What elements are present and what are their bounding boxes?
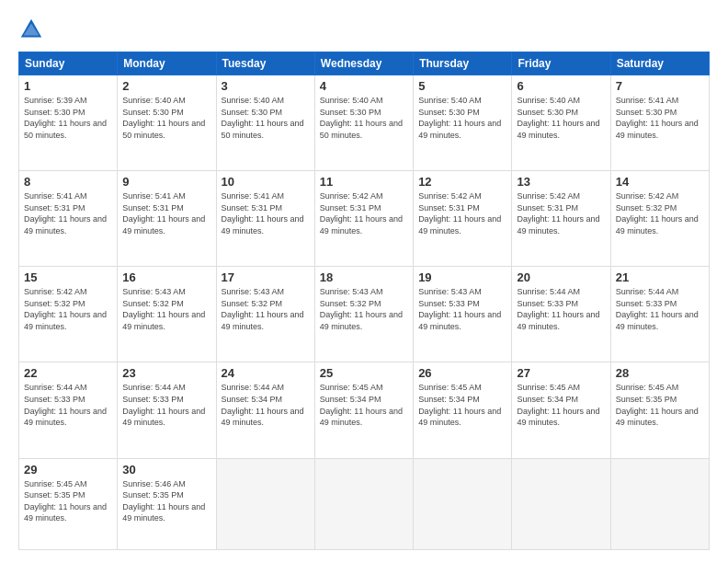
- day-cell: 19Sunrise: 5:43 AMSunset: 5:33 PMDayligh…: [414, 267, 512, 362]
- weekday-wednesday: Wednesday: [314, 52, 413, 75]
- day-info: Sunrise: 5:42 AMSunset: 5:32 PMDaylight:…: [616, 190, 704, 236]
- week-row-5: 29Sunrise: 5:45 AMSunset: 5:35 PMDayligh…: [19, 458, 710, 549]
- day-info: Sunrise: 5:42 AMSunset: 5:31 PMDaylight:…: [517, 190, 605, 236]
- logo-icon: [18, 17, 44, 42]
- day-number: 22: [24, 366, 112, 380]
- day-cell: [216, 458, 314, 549]
- day-cell: 22Sunrise: 5:44 AMSunset: 5:33 PMDayligh…: [19, 362, 118, 458]
- day-info: Sunrise: 5:45 AMSunset: 5:35 PMDaylight:…: [24, 478, 112, 524]
- day-number: 20: [517, 270, 605, 284]
- day-cell: 5Sunrise: 5:40 AMSunset: 5:30 PMDaylight…: [414, 75, 512, 171]
- day-number: 3: [222, 79, 310, 93]
- day-number: 1: [24, 79, 112, 93]
- day-number: 15: [24, 270, 112, 284]
- day-info: Sunrise: 5:43 AMSunset: 5:32 PMDaylight:…: [222, 286, 310, 332]
- day-cell: 11Sunrise: 5:42 AMSunset: 5:31 PMDayligh…: [314, 171, 413, 267]
- day-cell: 12Sunrise: 5:42 AMSunset: 5:31 PMDayligh…: [414, 171, 512, 267]
- day-info: Sunrise: 5:45 AMSunset: 5:34 PMDaylight:…: [320, 382, 408, 428]
- day-info: Sunrise: 5:44 AMSunset: 5:33 PMDaylight:…: [122, 382, 210, 428]
- day-number: 23: [122, 366, 210, 380]
- day-cell: 21Sunrise: 5:44 AMSunset: 5:33 PMDayligh…: [610, 267, 709, 362]
- day-cell: 24Sunrise: 5:44 AMSunset: 5:34 PMDayligh…: [216, 362, 314, 458]
- day-cell: [414, 458, 512, 549]
- day-number: 13: [517, 175, 605, 189]
- day-number: 7: [616, 79, 704, 93]
- day-number: 30: [122, 463, 210, 477]
- day-number: 5: [418, 79, 506, 93]
- day-info: Sunrise: 5:40 AMSunset: 5:30 PMDaylight:…: [517, 95, 605, 141]
- day-number: 25: [320, 366, 408, 380]
- day-info: Sunrise: 5:44 AMSunset: 5:33 PMDaylight:…: [517, 286, 605, 332]
- day-cell: 29Sunrise: 5:45 AMSunset: 5:35 PMDayligh…: [19, 458, 118, 549]
- day-number: 24: [222, 366, 310, 380]
- day-info: Sunrise: 5:41 AMSunset: 5:31 PMDaylight:…: [222, 190, 310, 236]
- day-number: 4: [320, 79, 408, 93]
- day-info: Sunrise: 5:40 AMSunset: 5:30 PMDaylight:…: [320, 95, 408, 141]
- week-row-2: 8Sunrise: 5:41 AMSunset: 5:31 PMDaylight…: [19, 171, 710, 267]
- day-number: 6: [517, 79, 605, 93]
- day-cell: [512, 458, 610, 549]
- day-info: Sunrise: 5:43 AMSunset: 5:32 PMDaylight:…: [122, 286, 210, 332]
- day-cell: 28Sunrise: 5:45 AMSunset: 5:35 PMDayligh…: [610, 362, 709, 458]
- day-cell: 26Sunrise: 5:45 AMSunset: 5:34 PMDayligh…: [414, 362, 512, 458]
- weekday-thursday: Thursday: [414, 52, 512, 75]
- day-number: 8: [24, 175, 112, 189]
- day-cell: 30Sunrise: 5:46 AMSunset: 5:35 PMDayligh…: [118, 458, 216, 549]
- day-number: 18: [320, 270, 408, 284]
- day-number: 2: [122, 79, 210, 93]
- day-number: 29: [24, 463, 112, 477]
- day-number: 17: [222, 270, 310, 284]
- day-info: Sunrise: 5:41 AMSunset: 5:30 PMDaylight:…: [616, 95, 704, 141]
- day-info: Sunrise: 5:44 AMSunset: 5:33 PMDaylight:…: [616, 286, 704, 332]
- weekday-header-row: SundayMondayTuesdayWednesdayThursdayFrid…: [19, 52, 710, 75]
- weekday-tuesday: Tuesday: [216, 52, 314, 75]
- day-cell: 2Sunrise: 5:40 AMSunset: 5:30 PMDaylight…: [118, 75, 216, 171]
- day-info: Sunrise: 5:40 AMSunset: 5:30 PMDaylight:…: [222, 95, 310, 141]
- day-cell: 20Sunrise: 5:44 AMSunset: 5:33 PMDayligh…: [512, 267, 610, 362]
- day-cell: 6Sunrise: 5:40 AMSunset: 5:30 PMDaylight…: [512, 75, 610, 171]
- day-cell: 25Sunrise: 5:45 AMSunset: 5:34 PMDayligh…: [314, 362, 413, 458]
- day-info: Sunrise: 5:43 AMSunset: 5:32 PMDaylight:…: [320, 286, 408, 332]
- weekday-monday: Monday: [118, 52, 216, 75]
- page: SundayMondayTuesdayWednesdayThursdayFrid…: [0, 0, 728, 563]
- day-info: Sunrise: 5:45 AMSunset: 5:34 PMDaylight:…: [418, 382, 506, 428]
- weekday-friday: Friday: [512, 52, 610, 75]
- day-info: Sunrise: 5:44 AMSunset: 5:34 PMDaylight:…: [222, 382, 310, 428]
- day-cell: 9Sunrise: 5:41 AMSunset: 5:31 PMDaylight…: [118, 171, 216, 267]
- day-cell: [314, 458, 413, 549]
- day-info: Sunrise: 5:44 AMSunset: 5:33 PMDaylight:…: [24, 382, 112, 428]
- day-cell: 10Sunrise: 5:41 AMSunset: 5:31 PMDayligh…: [216, 171, 314, 267]
- day-cell: 1Sunrise: 5:39 AMSunset: 5:30 PMDaylight…: [19, 75, 118, 171]
- week-row-3: 15Sunrise: 5:42 AMSunset: 5:32 PMDayligh…: [19, 267, 710, 362]
- day-number: 26: [418, 366, 506, 380]
- day-info: Sunrise: 5:45 AMSunset: 5:34 PMDaylight:…: [517, 382, 605, 428]
- day-cell: 23Sunrise: 5:44 AMSunset: 5:33 PMDayligh…: [118, 362, 216, 458]
- day-cell: 18Sunrise: 5:43 AMSunset: 5:32 PMDayligh…: [314, 267, 413, 362]
- day-cell: 14Sunrise: 5:42 AMSunset: 5:32 PMDayligh…: [610, 171, 709, 267]
- day-number: 21: [616, 270, 704, 284]
- calendar-table: SundayMondayTuesdayWednesdayThursdayFrid…: [18, 52, 710, 550]
- day-number: 28: [616, 366, 704, 380]
- day-info: Sunrise: 5:42 AMSunset: 5:32 PMDaylight:…: [24, 286, 112, 332]
- day-cell: 13Sunrise: 5:42 AMSunset: 5:31 PMDayligh…: [512, 171, 610, 267]
- day-info: Sunrise: 5:40 AMSunset: 5:30 PMDaylight:…: [122, 95, 210, 141]
- day-info: Sunrise: 5:41 AMSunset: 5:31 PMDaylight:…: [122, 190, 210, 236]
- day-info: Sunrise: 5:46 AMSunset: 5:35 PMDaylight:…: [122, 478, 210, 524]
- day-number: 9: [122, 175, 210, 189]
- logo: [18, 17, 46, 42]
- day-cell: [610, 458, 709, 549]
- week-row-1: 1Sunrise: 5:39 AMSunset: 5:30 PMDaylight…: [19, 75, 710, 171]
- day-number: 12: [418, 175, 506, 189]
- header: [18, 17, 710, 42]
- weekday-sunday: Sunday: [19, 52, 118, 75]
- day-cell: 17Sunrise: 5:43 AMSunset: 5:32 PMDayligh…: [216, 267, 314, 362]
- day-number: 19: [418, 270, 506, 284]
- day-number: 11: [320, 175, 408, 189]
- weekday-saturday: Saturday: [610, 52, 709, 75]
- day-info: Sunrise: 5:42 AMSunset: 5:31 PMDaylight:…: [320, 190, 408, 236]
- day-cell: 3Sunrise: 5:40 AMSunset: 5:30 PMDaylight…: [216, 75, 314, 171]
- day-cell: 15Sunrise: 5:42 AMSunset: 5:32 PMDayligh…: [19, 267, 118, 362]
- day-cell: 8Sunrise: 5:41 AMSunset: 5:31 PMDaylight…: [19, 171, 118, 267]
- day-info: Sunrise: 5:39 AMSunset: 5:30 PMDaylight:…: [24, 95, 112, 141]
- day-number: 10: [222, 175, 310, 189]
